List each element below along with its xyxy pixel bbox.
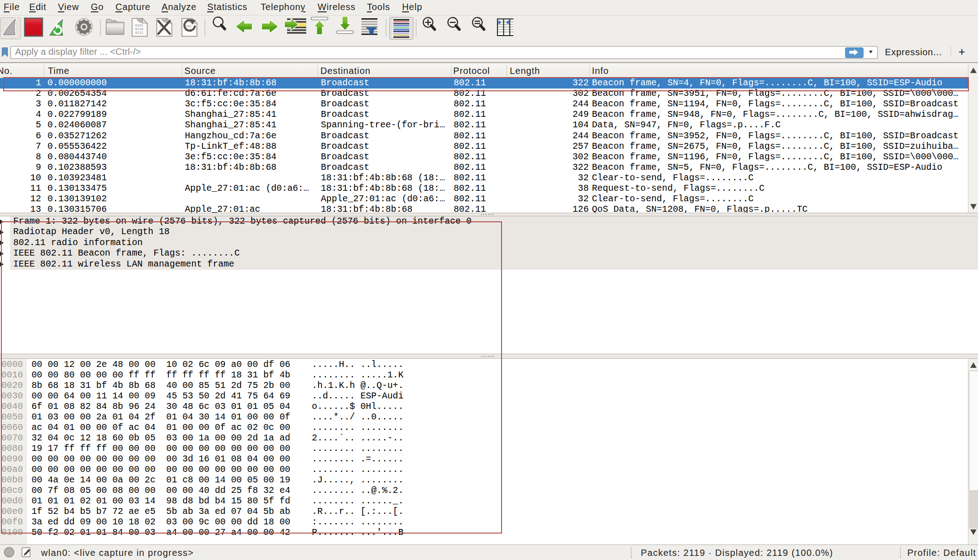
svg-text:0111: 0111 [135,31,144,35]
svg-text:101: 101 [185,25,192,28]
svg-text:0101: 0101 [135,24,144,27]
svg-text:0110: 0110 [135,27,144,31]
